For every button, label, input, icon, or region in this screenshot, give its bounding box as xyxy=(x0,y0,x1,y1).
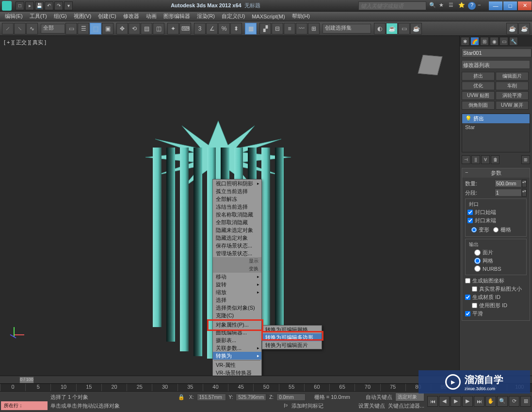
modifier-list-combo[interactable]: 修改器列表 xyxy=(462,60,530,69)
nav-zoom-icon[interactable]: 🔍 xyxy=(497,396,508,407)
viewcube[interactable] xyxy=(416,50,445,80)
rad-mesh[interactable] xyxy=(474,258,481,264)
stack-extrude[interactable]: 💡 挤出 xyxy=(462,114,530,123)
coord-x[interactable]: 151.57mm xyxy=(197,394,226,401)
mirror-icon[interactable]: ▞ xyxy=(259,23,271,34)
mi-obj-props[interactable]: 对象属性(P)... xyxy=(213,321,261,329)
add-time-tag[interactable]: 添加时间标记 xyxy=(291,402,323,410)
search-icon[interactable]: 🔍 xyxy=(429,2,437,10)
coord-z[interactable]: 0.0mm xyxy=(276,394,306,401)
make-unique-icon[interactable]: ∀ xyxy=(481,155,490,164)
chk-use-shapeid[interactable] xyxy=(472,303,477,308)
qat-new-icon[interactable]: □ xyxy=(16,1,24,10)
qat-redo-icon[interactable]: ↷ xyxy=(54,1,63,10)
chk-gen-mapping[interactable] xyxy=(465,278,470,283)
tab-motion-icon[interactable]: ◉ xyxy=(490,37,499,46)
nav-pan-icon[interactable]: ✋ xyxy=(485,396,496,407)
mi-save-state[interactable]: 保存场景状态... xyxy=(213,242,261,249)
menu-tools[interactable]: 工具(T) xyxy=(27,12,50,21)
mi-hide-sel[interactable]: 隐藏选定对象 xyxy=(213,234,261,242)
viewport-label[interactable]: [ + ][ 正交 ][ 真实 ] xyxy=(4,39,46,46)
close-button[interactable]: ✕ xyxy=(518,1,532,10)
nav-max-icon[interactable]: ⊞ xyxy=(520,396,531,407)
rad-grid[interactable] xyxy=(493,227,499,232)
render-setup-icon[interactable]: ☕ xyxy=(386,23,398,34)
selection-filter-combo[interactable]: 全部 xyxy=(41,24,65,33)
rollout-header[interactable]: 参数 xyxy=(462,168,530,178)
mi-curve-editor[interactable]: 曲线编辑器... xyxy=(213,329,261,336)
tool-b-icon[interactable]: ☕ xyxy=(518,23,530,34)
render-frame-icon[interactable]: ▭ xyxy=(398,23,410,34)
spinner-segments[interactable]: ▴▾ xyxy=(522,189,527,197)
lock-icon[interactable]: 🔒 xyxy=(178,394,185,400)
goto-end-icon[interactable]: ⏭ xyxy=(474,396,484,407)
btn-turbosmooth[interactable]: 涡轮平滑 xyxy=(496,91,529,100)
named-selection-combo[interactable]: 创建选择集 xyxy=(322,24,371,33)
chk-cap-end[interactable] xyxy=(468,218,473,223)
setkey-button[interactable]: 设置关键点 xyxy=(358,402,385,410)
mi-hide-unsel[interactable]: 隐藏未选定对象 xyxy=(213,226,261,234)
remove-mod-icon[interactable]: 🗑 xyxy=(491,155,500,164)
configure-sets-icon[interactable]: ⊞ xyxy=(521,155,530,164)
tab-display-icon[interactable]: ▭ xyxy=(500,37,508,46)
app-icon[interactable] xyxy=(2,1,12,11)
modifier-stack[interactable]: 💡 挤出 Star xyxy=(462,114,530,152)
play-icon[interactable]: ▶ xyxy=(451,396,461,407)
btn-lathe[interactable]: 车削 xyxy=(496,82,529,90)
bind-icon[interactable]: ∿ xyxy=(26,23,38,34)
show-end-icon[interactable]: || xyxy=(471,155,480,164)
rad-morph[interactable] xyxy=(471,227,477,232)
mi-unhide-all[interactable]: 全部取消隐藏 xyxy=(213,218,261,226)
mi-clone[interactable]: 克隆(C) xyxy=(213,312,261,319)
chk-cap-start[interactable] xyxy=(468,210,473,215)
maximize-button[interactable]: □ xyxy=(503,1,517,10)
select-move-icon[interactable]: ✥ xyxy=(116,23,128,34)
edit-named-sel-icon[interactable]: ▦ xyxy=(245,23,257,34)
autokey-button[interactable]: 自动关键点 xyxy=(366,394,392,401)
tab-utilities-icon[interactable]: 🔧 xyxy=(509,37,518,46)
btn-editpatch[interactable]: 编辑面片 xyxy=(496,72,529,81)
coord-y[interactable]: 525.796mm xyxy=(236,394,266,401)
stack-star[interactable]: Star xyxy=(462,123,530,131)
nav-orbit-icon[interactable]: ⟳ xyxy=(509,396,519,407)
pin-stack-icon[interactable]: ⊣ xyxy=(462,155,470,164)
link-icon[interactable]: ⟋ xyxy=(2,23,14,34)
angle-snap-icon[interactable]: ∠ xyxy=(206,23,218,34)
select-by-name-icon[interactable]: ☰ xyxy=(78,23,89,34)
minimize-ribbon-icon[interactable]: − xyxy=(478,2,485,10)
mi-move[interactable]: 移动 xyxy=(213,273,261,280)
btn-uvwmap[interactable]: UVW 贴图 xyxy=(462,91,495,100)
exchange-icon[interactable]: ☰ xyxy=(449,2,456,10)
tool-a-icon[interactable]: ☕ xyxy=(506,23,518,34)
mi-to-mesh[interactable]: 转换为可编辑网格 xyxy=(262,326,322,333)
favorite-icon[interactable]: ⭐ xyxy=(458,2,466,10)
mi-isolate[interactable]: 孤立当前选择 xyxy=(213,187,261,195)
rad-patch[interactable] xyxy=(474,249,481,256)
qat-dropdown-icon[interactable]: ▾ xyxy=(64,1,73,10)
mi-select-similar[interactable]: 选择类似对象(S) xyxy=(213,304,261,312)
mi-select[interactable]: 选择 xyxy=(213,296,261,304)
help-search-input[interactable] xyxy=(358,1,426,10)
time-tag-icon[interactable]: 🏳 xyxy=(283,403,289,409)
prev-frame-icon[interactable]: ◀ xyxy=(439,396,450,407)
keymode-combo[interactable]: 选定对象 xyxy=(395,393,424,401)
menu-animation[interactable]: 动画 xyxy=(143,12,160,21)
render-production-icon[interactable]: ☕ xyxy=(410,23,422,34)
btn-extrude[interactable]: 挤出 xyxy=(462,72,495,81)
menu-edit[interactable]: 编辑(E) xyxy=(2,12,26,21)
mi-to-patch[interactable]: 转换为可编辑面片 xyxy=(262,341,322,349)
chk-real-world[interactable] xyxy=(472,286,477,292)
layer-icon[interactable]: ≡ xyxy=(284,23,295,34)
tab-hierarchy-icon[interactable]: ⊞ xyxy=(480,37,489,46)
menu-rendering[interactable]: 渲染(R) xyxy=(194,12,218,21)
tab-modify-icon[interactable]: 🌈 xyxy=(470,37,479,46)
menu-help[interactable]: 帮助(H) xyxy=(289,12,313,21)
help-icon[interactable]: ? xyxy=(468,2,476,10)
schematic-icon[interactable]: ⊞ xyxy=(308,23,320,34)
select-rotate-icon[interactable]: ⟲ xyxy=(129,23,140,34)
input-amount[interactable] xyxy=(495,180,522,187)
mi-rotate[interactable]: 旋转 xyxy=(213,280,261,288)
keyfilter-button[interactable]: 关键点过滤器... xyxy=(388,402,424,410)
snap-toggle-icon[interactable]: 3 xyxy=(194,23,206,34)
goto-start-icon[interactable]: ⏮ xyxy=(427,396,438,407)
